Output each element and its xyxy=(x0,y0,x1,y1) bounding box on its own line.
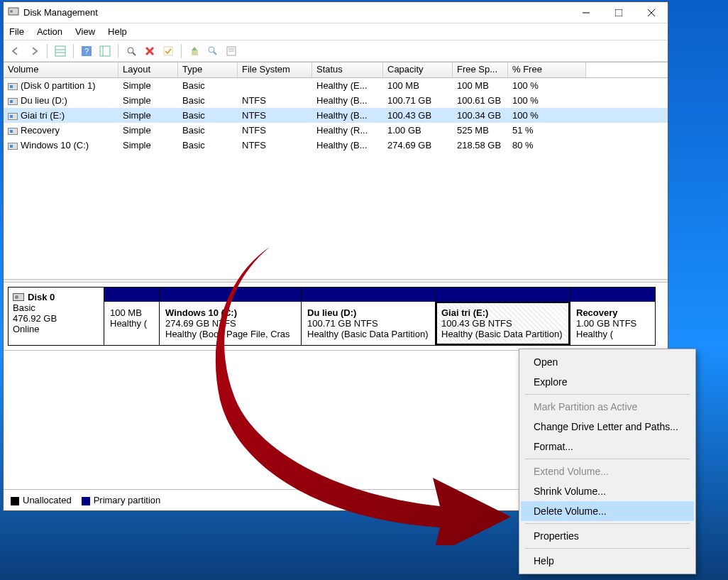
svg-point-13 xyxy=(128,48,133,53)
volume-icon xyxy=(8,113,18,120)
forward-icon[interactable] xyxy=(26,43,42,59)
disk-name: Disk 0 xyxy=(28,292,55,302)
partition-row: 100 MBHealthy (Windows 10 (C:)274.69 GB … xyxy=(104,287,663,346)
volume-icon xyxy=(8,143,18,150)
check-icon[interactable] xyxy=(160,43,176,59)
title-bar: Disk Management xyxy=(4,2,668,23)
context-item-change-drive-letter-and-paths[interactable]: Change Drive Letter and Paths... xyxy=(521,417,694,437)
table-row[interactable]: Windows 10 (C:)SimpleBasicNTFSHealthy (B… xyxy=(4,138,668,153)
disk-type: Basic xyxy=(13,302,99,313)
svg-point-1 xyxy=(10,10,13,13)
volume-icon xyxy=(8,83,18,90)
view-list-icon[interactable] xyxy=(53,43,68,59)
delete-icon[interactable] xyxy=(142,43,158,59)
disk-status: Online xyxy=(13,324,99,334)
help-icon[interactable]: ? xyxy=(79,43,94,59)
menu-help[interactable]: Help xyxy=(108,26,127,37)
partition-block[interactable]: Recovery1.00 GB NTFSHealthy ( xyxy=(570,287,656,346)
col-status[interactable]: Status xyxy=(312,62,383,77)
col-fs[interactable]: File System xyxy=(238,62,312,77)
context-item-format[interactable]: Format... xyxy=(521,437,694,456)
context-item-delete-volume[interactable]: Delete Volume... xyxy=(521,501,694,521)
context-separator xyxy=(525,394,690,395)
col-layout[interactable]: Layout xyxy=(118,62,178,77)
svg-rect-3 xyxy=(615,9,622,16)
context-item-properties[interactable]: Properties xyxy=(521,526,694,546)
disk-info-box[interactable]: Disk 0 Basic 476.92 GB Online xyxy=(8,287,104,346)
disk-pane: Disk 0 Basic 476.92 GB Online 100 MBHeal… xyxy=(4,283,668,351)
context-separator xyxy=(525,523,690,524)
maximize-button[interactable] xyxy=(602,2,635,23)
menu-action[interactable]: Action xyxy=(37,26,62,37)
svg-point-19 xyxy=(209,47,214,53)
svg-line-14 xyxy=(133,53,136,55)
col-type[interactable]: Type xyxy=(178,62,238,77)
partition-block[interactable]: 100 MBHealthy ( xyxy=(104,287,160,346)
menu-bar: File Action View Help xyxy=(4,23,668,40)
svg-rect-6 xyxy=(55,46,65,56)
svg-rect-18 xyxy=(192,50,198,55)
table-row[interactable]: Du lieu (D:)SimpleBasicNTFSHealthy (B...… xyxy=(4,93,668,108)
menu-view[interactable]: View xyxy=(75,26,95,37)
volume-list-header: Volume Layout Type File System Status Ca… xyxy=(4,62,668,78)
table-row[interactable]: Giai tri (E:)SimpleBasicNTFSHealthy (B..… xyxy=(4,108,668,123)
volume-icon xyxy=(8,128,18,135)
context-separator xyxy=(525,459,690,459)
context-item-open[interactable]: Open xyxy=(521,352,694,372)
legend-item: Primary partition xyxy=(82,495,161,505)
svg-rect-11 xyxy=(100,46,110,56)
context-item-explore[interactable]: Explore xyxy=(521,372,694,392)
disk-size: 476.92 GB xyxy=(13,313,99,324)
legend-item: Unallocated xyxy=(11,495,72,505)
context-item-mark-partition-as-active: Mark Partition as Active xyxy=(521,397,694,417)
table-row[interactable]: (Disk 0 partition 1)SimpleBasicHealthy (… xyxy=(4,78,668,93)
toolbar: ? xyxy=(4,40,668,62)
context-menu: OpenExploreMark Partition as ActiveChang… xyxy=(519,349,696,574)
zoom-icon[interactable] xyxy=(205,43,221,59)
partition-block[interactable]: Du lieu (D:)100.71 GB NTFSHealthy (Basic… xyxy=(302,287,436,346)
col-volume[interactable]: Volume xyxy=(4,62,118,77)
up-icon[interactable] xyxy=(187,43,202,59)
back-icon[interactable] xyxy=(8,43,23,59)
volume-list[interactable]: (Disk 0 partition 1)SimpleBasicHealthy (… xyxy=(4,78,668,279)
close-button[interactable] xyxy=(635,2,668,23)
svg-line-20 xyxy=(214,52,216,55)
window-title: Disk Management xyxy=(23,7,98,18)
table-row[interactable]: RecoverySimpleBasicNTFSHealthy (R...1.00… xyxy=(4,123,668,138)
minimize-button[interactable] xyxy=(570,2,602,23)
properties-icon[interactable] xyxy=(224,43,239,59)
context-separator xyxy=(525,548,690,549)
settings-icon[interactable] xyxy=(97,43,113,59)
menu-file[interactable]: File xyxy=(9,26,24,37)
col-free[interactable]: Free Sp... xyxy=(453,62,508,77)
refresh-icon[interactable] xyxy=(123,43,139,59)
context-item-shrink-volume[interactable]: Shrink Volume... xyxy=(521,481,694,501)
app-icon xyxy=(8,6,19,19)
context-item-extend-volume: Extend Volume... xyxy=(521,461,694,481)
volume-icon xyxy=(8,98,18,105)
context-item-help[interactable]: Help xyxy=(521,551,694,571)
partition-block[interactable]: Giai tri (E:)100.43 GB NTFSHealthy (Basi… xyxy=(436,287,570,346)
disk-icon xyxy=(13,293,24,301)
partition-block[interactable]: Windows 10 (C:)274.69 GB NTFSHealthy (Bo… xyxy=(160,287,302,346)
svg-text:?: ? xyxy=(84,47,89,55)
svg-rect-17 xyxy=(164,47,172,55)
col-pctfree[interactable]: % Free xyxy=(508,62,586,77)
col-capacity[interactable]: Capacity xyxy=(383,62,453,77)
